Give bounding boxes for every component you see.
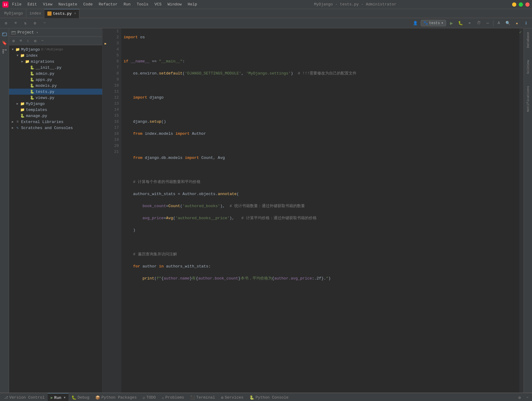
tree-path: D:\MyDjango bbox=[41, 48, 63, 51]
svg-rect-6 bbox=[2, 52, 4, 53]
tree-item-ext-libs[interactable]: ▶ ≡ External Libraries bbox=[9, 119, 102, 125]
tree-arrow: ▶ bbox=[10, 126, 15, 130]
run-button[interactable]: ▶ bbox=[448, 20, 455, 27]
py-icon: 🐍 bbox=[30, 77, 34, 82]
tree-item-views[interactable]: 🐍 views.py bbox=[9, 95, 102, 101]
tree-item-init[interactable]: 🐍 __init__.py bbox=[9, 65, 102, 71]
bottom-close-btn[interactable]: − bbox=[524, 394, 531, 401]
tab-label: Version Control bbox=[9, 395, 45, 400]
profile-button[interactable]: ⏱ bbox=[475, 20, 482, 27]
panel-gear-btn[interactable]: ⚙ bbox=[32, 38, 39, 44]
tab-label: TODO bbox=[146, 395, 156, 400]
panel-collapse-btn[interactable]: ≡ bbox=[17, 38, 24, 44]
menu-navigate[interactable]: Navigate bbox=[57, 2, 78, 7]
toolbar-diff[interactable]: ⇅ bbox=[22, 20, 29, 27]
gutter-10 bbox=[103, 83, 109, 89]
tab-close[interactable]: × bbox=[64, 396, 65, 399]
minimize-button[interactable] bbox=[512, 2, 516, 7]
tree-item-mydjango-sub[interactable]: ▶ 📁 MyDjango bbox=[9, 101, 102, 107]
tree-item-scratches[interactable]: ▶ ✎ Scratches and Consoles bbox=[9, 125, 102, 131]
coverage-button[interactable]: ☂ bbox=[466, 20, 473, 27]
menu-window[interactable]: Window bbox=[166, 2, 183, 7]
tree-item-templates[interactable]: 📁 templates bbox=[9, 107, 102, 113]
gutter-13 bbox=[103, 101, 109, 107]
panel-settings-btn[interactable]: ⚙ bbox=[10, 38, 17, 44]
menu-refactor[interactable]: Refactor bbox=[97, 2, 119, 7]
sidebar-bookmark-icon[interactable]: 🔖 bbox=[1, 39, 8, 46]
translate-button[interactable]: A bbox=[495, 20, 502, 27]
info-button[interactable]: ℹ bbox=[522, 20, 530, 27]
tree-item-manage[interactable]: 🐍 manage.py bbox=[9, 113, 102, 119]
toolbar-minus[interactable]: − bbox=[41, 20, 48, 27]
panel-dropdown[interactable]: ▾ bbox=[36, 31, 38, 34]
bottom-tab-services[interactable]: ⚙ Services bbox=[218, 393, 246, 401]
bottom-settings-btn[interactable]: ⚙ bbox=[516, 394, 523, 401]
tree-item-tests[interactable]: 🐍 tests.py bbox=[9, 89, 102, 95]
tree-label: apps.py bbox=[36, 77, 52, 82]
close-button[interactable] bbox=[525, 2, 530, 7]
tree-item-models[interactable]: 🐍 models.py bbox=[9, 83, 102, 89]
bottom-tab-terminal[interactable]: ⬛ Terminal bbox=[187, 393, 218, 401]
bottom-tab-run[interactable]: ▶ Run × bbox=[48, 393, 68, 401]
services-icon: ⚙ bbox=[221, 395, 223, 400]
gutter-7 bbox=[103, 65, 109, 71]
bottom-tab-python-console[interactable]: 🐍 Python Console bbox=[246, 393, 291, 401]
bottom-tab-debug[interactable]: 🐛 Debug bbox=[68, 393, 92, 401]
tab-mydjango[interactable]: MyDjango bbox=[1, 9, 26, 18]
bottom-tab-version-control[interactable]: ⎇ Version Control bbox=[1, 393, 48, 401]
tree-item-index[interactable]: ▼ 📁 index bbox=[9, 52, 102, 58]
menu-vcs[interactable]: VCS bbox=[153, 2, 163, 7]
menu-tools[interactable]: Tools bbox=[135, 2, 150, 7]
tree-label: Scratches and Consoles bbox=[21, 126, 73, 130]
run-configuration[interactable]: 🐾 tests ▾ bbox=[421, 20, 446, 26]
tab-index[interactable]: index bbox=[26, 9, 44, 18]
right-tab-notifications[interactable]: Notifications bbox=[525, 84, 531, 114]
code-editor[interactable]: import os if __name__ == "__main__": os.… bbox=[121, 28, 519, 393]
sidebar-project-icon[interactable] bbox=[1, 31, 8, 38]
py-icon: 🐍 bbox=[20, 113, 25, 118]
panel-header: Project ▾ bbox=[9, 28, 102, 37]
menu-file[interactable]: File bbox=[11, 2, 23, 7]
bottom-tab-todo[interactable]: ☑ TODO bbox=[140, 393, 159, 401]
code-line-6: import django bbox=[124, 95, 517, 101]
menu-code[interactable]: Code bbox=[82, 2, 94, 7]
gutter-6 bbox=[103, 58, 109, 65]
svg-rect-5 bbox=[2, 51, 4, 52]
bottom-tab-python-packages[interactable]: 📦 Python Packages bbox=[92, 393, 140, 401]
editor-scrollbar[interactable]: ✓ bbox=[519, 28, 524, 393]
bottom-tab-problems[interactable]: ⚠ Problems bbox=[159, 393, 187, 401]
run-icon: ▶ bbox=[51, 395, 53, 400]
code-line-11: from django.db.models import Count, Avg bbox=[124, 155, 517, 161]
account-icon[interactable]: 👤 bbox=[412, 20, 419, 27]
right-tab-database[interactable]: Database bbox=[525, 30, 531, 50]
tree-item-apps[interactable]: 🐍 apps.py bbox=[9, 77, 102, 83]
svg-rect-3 bbox=[2, 33, 4, 34]
right-tab-sciview[interactable]: SciView bbox=[525, 58, 531, 76]
menu-help[interactable]: Help bbox=[186, 2, 198, 7]
panel-sort-btn[interactable]: ↕ bbox=[25, 38, 31, 44]
tree-item-migrations[interactable]: ▶ 📁 migrations bbox=[9, 58, 102, 65]
menu-view[interactable]: View bbox=[42, 2, 53, 7]
menu-edit[interactable]: Edit bbox=[26, 2, 38, 7]
toolbar-layout[interactable]: ≡ bbox=[12, 20, 19, 27]
gutter-4 bbox=[103, 46, 109, 52]
search-button[interactable]: 🔍 bbox=[504, 20, 511, 27]
panel-minus-btn[interactable]: − bbox=[39, 38, 46, 44]
svg-text:IJ: IJ bbox=[4, 3, 7, 7]
tab-close-icon[interactable]: × bbox=[74, 12, 76, 15]
tree-label: migrations bbox=[31, 59, 54, 64]
toolbar-settings[interactable]: ⚙ bbox=[2, 20, 10, 27]
pkg-icon: 📦 bbox=[95, 395, 100, 400]
star-button[interactable]: ★ bbox=[513, 20, 521, 27]
debug-button[interactable]: 🐛 bbox=[457, 20, 464, 27]
sidebar-structure-icon[interactable] bbox=[1, 48, 8, 55]
maximize-button[interactable] bbox=[519, 2, 523, 7]
more-button[interactable]: ⋯ bbox=[484, 20, 491, 27]
toolbar-gear2[interactable]: ⚙ bbox=[31, 20, 39, 27]
code-line-4: os.environ.setdefault('DJANGO_SETTINGS_M… bbox=[124, 71, 517, 77]
tree-item-admin[interactable]: 🐍 admin.py bbox=[9, 71, 102, 77]
menu-run[interactable]: Run bbox=[122, 2, 132, 7]
code-line-10 bbox=[124, 143, 517, 149]
tree-item-root[interactable]: ▼ 📁 MyDjango D:\MyDjango bbox=[9, 46, 102, 52]
tab-tests-py[interactable]: tests.py × bbox=[44, 9, 79, 18]
